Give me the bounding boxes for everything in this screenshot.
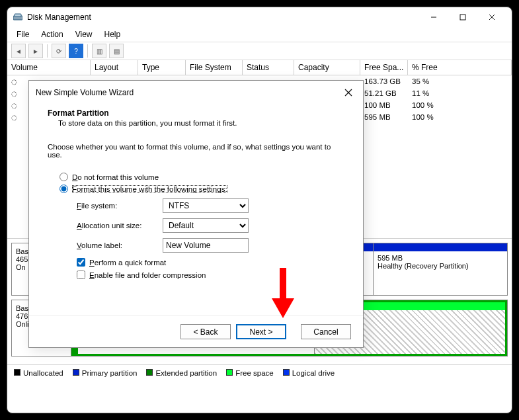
forward-button[interactable]: ► [28, 44, 43, 58]
view-a-button[interactable]: ▥ [92, 44, 106, 58]
cancel-button[interactable]: Cancel [301, 324, 351, 339]
unallocated-swatch [14, 369, 20, 376]
dialog-close-button[interactable] [340, 85, 356, 101]
dialog-prompt: Choose whether you want to format this v… [48, 143, 344, 159]
minimize-button[interactable] [419, 8, 448, 26]
volume-label-input[interactable] [163, 238, 249, 253]
col-status[interactable]: Status [243, 60, 294, 75]
table-header: Volume Layout Type File System Status Ca… [7, 60, 512, 75]
legend-label: Logical drive [292, 369, 335, 377]
freespace-swatch [226, 369, 233, 376]
dialog-title: New Simple Volume Wizard [36, 88, 134, 97]
quick-format-input[interactable] [77, 258, 85, 267]
maximize-button[interactable] [448, 8, 477, 26]
menu-view[interactable]: View [70, 28, 98, 40]
legend-label: Extended partition [155, 369, 217, 377]
app-icon [13, 12, 23, 22]
dialog-subheading: To store data on this partition, you mus… [48, 119, 344, 127]
legend-label: Primary partition [82, 369, 138, 377]
dialog-heading: Format Partition [48, 108, 344, 118]
compression-checkbox[interactable]: Enable file and folder compression [77, 271, 344, 279]
allocation-label: Allocation unit size: [77, 222, 163, 230]
radio-format-input[interactable] [60, 185, 68, 193]
volume-label-label: Volume label: [77, 241, 163, 249]
col-free[interactable]: Free Spa... [360, 60, 408, 75]
main-window: Disk Management File Action View Help ◄ … [7, 7, 512, 413]
dialog-body: Choose whether you want to format this v… [29, 134, 363, 291]
logical-swatch [283, 369, 290, 376]
allocation-select[interactable]: Default [163, 218, 249, 233]
svg-rect-1 [15, 14, 21, 17]
radio-no-format[interactable]: Do not format this volume [60, 173, 344, 181]
filesystem-select[interactable]: NTFS [163, 198, 249, 213]
recovery-partition[interactable]: 595 MB Healthy (Recovery Partition) [373, 243, 507, 295]
col-fs[interactable]: File System [186, 60, 243, 75]
checkbox-label: Perform a quick format [89, 259, 166, 267]
col-volume[interactable]: Volume [7, 60, 91, 75]
legend: Unallocated Primary partition Extended p… [7, 364, 512, 381]
back-button[interactable]: ◄ [11, 44, 26, 58]
menubar: File Action View Help [7, 27, 512, 42]
dialog-header: Format Partition To store data on this p… [29, 105, 363, 134]
dialog-titlebar: New Simple Volume Wizard [29, 81, 363, 105]
filesystem-label: File system: [77, 202, 163, 210]
toolbar: ◄ ► ⟳ ? ▥ ▤ [7, 42, 512, 60]
menu-file[interactable]: File [11, 28, 34, 40]
radio-no-format-input[interactable] [60, 173, 68, 181]
extended-swatch [146, 369, 153, 376]
view-b-button[interactable]: ▤ [109, 44, 124, 58]
compression-input[interactable] [77, 271, 85, 279]
svg-rect-3 [460, 15, 465, 20]
wizard-dialog: New Simple Volume Wizard Format Partitio… [28, 80, 364, 348]
menu-action[interactable]: Action [36, 28, 68, 40]
primary-swatch [73, 369, 79, 376]
radio-label: Format this volume with the following se… [72, 185, 227, 193]
legend-label: Free space [235, 369, 274, 377]
checkbox-label: Enable file and folder compression [89, 271, 206, 279]
col-capacity[interactable]: Capacity [294, 60, 360, 75]
col-layout[interactable]: Layout [91, 60, 138, 75]
toolbar-separator [47, 44, 48, 58]
legend-label: Unallocated [23, 369, 63, 377]
menu-help[interactable]: Help [99, 28, 126, 40]
titlebar: Disk Management [7, 7, 512, 27]
window-title: Disk Management [27, 13, 91, 22]
col-pct[interactable]: % Free [408, 60, 512, 75]
radio-format[interactable]: Format this volume with the following se… [60, 185, 344, 193]
next-button[interactable]: Next > [236, 324, 286, 339]
radio-label: o not format this volume [77, 173, 159, 181]
col-type[interactable]: Type [138, 60, 186, 75]
toolbar-separator [87, 44, 88, 58]
dialog-footer: < Back Next > Cancel [29, 315, 363, 347]
quick-format-checkbox[interactable]: Perform a quick format [77, 258, 344, 267]
close-button[interactable] [477, 8, 506, 26]
help-button[interactable]: ? [69, 44, 83, 58]
refresh-button[interactable]: ⟳ [52, 44, 66, 58]
back-button[interactable]: < Back [180, 324, 231, 339]
